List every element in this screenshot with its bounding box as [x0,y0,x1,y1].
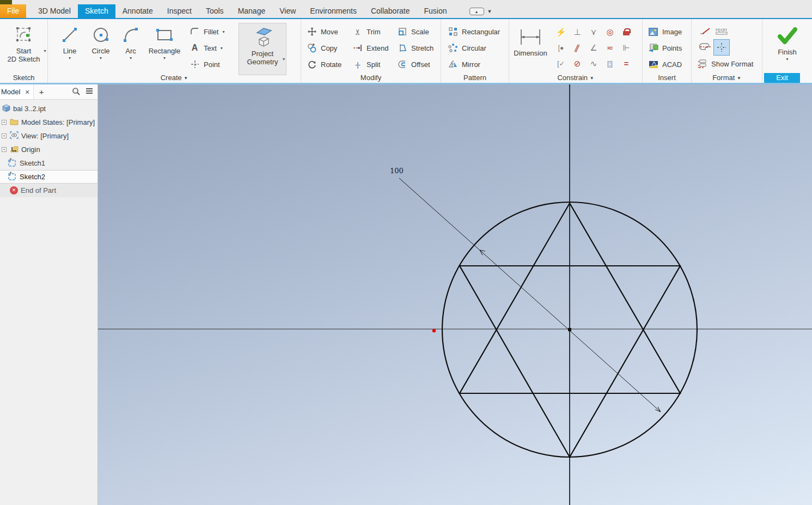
extend-button[interactable]: Extend [352,41,394,55]
tree-item-end-of-part[interactable]: ✕ End of Part [0,184,97,197]
browser-tree: bai 3..2.ipt + Model States: [Primary] +… [0,100,97,197]
split-icon: -|- [352,59,363,70]
part-cube-icon [2,104,10,114]
text-button[interactable]: A Text▾ [190,41,234,55]
driven-dimension-icon[interactable]: H(x)H [713,23,730,39]
acad-button[interactable]: ACAD [648,57,691,71]
construction-geometry-icon[interactable] [697,23,713,39]
center-point-button[interactable] [713,39,730,56]
tree-item-origin[interactable]: + Origin [0,143,97,156]
browser-tab-close-icon[interactable]: ✕ [25,84,29,100]
scale-button[interactable]: Scale [397,25,441,39]
points-button[interactable]: Points [648,41,691,55]
start-2d-sketch-button[interactable]: Start 2D Sketch ▾ [4,23,44,63]
project-geometry-button[interactable]: Project Geometry ▾ [239,23,286,75]
expander-plus-icon[interactable]: + [2,147,7,152]
arc-dropdown-icon[interactable]: ▾ [130,56,132,60]
tree-item-part-root[interactable]: bai 3..2.ipt [0,102,97,115]
tab-annotate[interactable]: Annotate [115,4,160,18]
coincident-constraint-icon[interactable]: ⋎ [585,24,602,40]
tab-sketch[interactable]: Sketch [78,4,115,18]
dimension-value-text[interactable]: 100 [390,167,404,175]
tree-item-label: Sketch2 [20,173,45,181]
group-label-exit[interactable]: Exit [764,73,800,83]
stretch-button[interactable]: Stretch [397,41,441,55]
show-format-button[interactable]: Show Format [697,57,762,71]
trim-button[interactable]: ✂ Trim [352,25,394,39]
symmetric-constraint-icon[interactable]: [¦] [602,56,618,71]
tab-environments[interactable]: Environments [303,4,364,18]
browser-search-icon[interactable] [72,87,80,97]
tab-collaborate[interactable]: Collaborate [364,4,417,18]
concentric-constraint-icon[interactable]: ◎ [602,24,618,40]
tree-item-sketch1[interactable]: Sketch1 [0,156,97,170]
fillet-dropdown-icon[interactable]: ▾ [222,29,224,34]
ribbon-collapse-icon[interactable]: ▲ [469,8,484,15]
rectangle-dropdown-icon[interactable]: ▾ [163,56,166,60]
tree-item-label: Sketch1 [20,159,45,167]
image-button[interactable]: Image [648,25,691,39]
constraint-settings-icon[interactable]: [● [553,40,569,56]
expander-plus-icon[interactable]: + [2,133,7,138]
sketch-point-red[interactable] [432,329,436,332]
tangent-constraint-icon[interactable]: ⊘ [569,56,585,71]
rotate-button[interactable]: Rotate [307,57,349,71]
collinear-constraint-icon[interactable]: ∠ [585,40,602,56]
tab-tools[interactable]: Tools [199,4,231,18]
show-constraints-icon[interactable]: [✓ [553,56,569,71]
line-dropdown-icon[interactable]: ▾ [69,56,71,60]
equal-constraint-icon[interactable]: = [618,56,634,71]
browser-add-tab-icon[interactable]: + [39,87,44,96]
centerline-icon[interactable] [697,39,713,56]
parallel-constraint-icon[interactable]: ∥ [569,40,585,56]
browser-tab-model[interactable]: Model ✕ [0,84,34,99]
start-2d-sketch-label-2: 2D Sketch [8,55,40,63]
origin-axes-icon [10,145,19,154]
browser-menu-icon[interactable] [86,88,93,96]
ribbon-collapse-caret-icon[interactable]: ▼ [487,9,492,14]
group-label-create[interactable]: Create ▼ [48,74,301,82]
perpendicular-constraint-icon[interactable]: ⊥ [569,24,585,40]
tree-item-view[interactable]: + View: [Primary] [0,129,97,143]
smooth-constraint-icon[interactable]: ∿ [585,56,602,71]
offset-button[interactable]: Offset [397,57,441,71]
auto-dimension-icon[interactable]: ⚡ [553,24,569,40]
extend-icon [352,43,363,53]
tab-inspect[interactable]: Inspect [160,4,199,18]
start-2d-sketch-dropdown-icon[interactable]: ▾ [44,48,46,53]
origin-center-point[interactable] [568,328,571,331]
text-dropdown-icon[interactable]: ▾ [221,46,223,51]
project-geometry-dropdown-icon[interactable]: ▾ [283,57,285,62]
image-icon [648,27,658,37]
circular-pattern-button[interactable]: Circular [448,41,509,55]
copy-button[interactable]: Copy [307,41,349,55]
group-label-format[interactable]: Format ▼ [692,74,762,82]
expander-plus-icon[interactable]: + [2,120,7,125]
tree-item-model-states[interactable]: + Model States: [Primary] [0,115,97,129]
ribbon-group-exit: Finish ▾ Exit [762,19,812,83]
mirror-icon [448,59,458,70]
tree-item-label: Model States: [Primary] [21,118,95,126]
rectangular-pattern-button[interactable]: Rectangular [448,25,509,39]
split-button[interactable]: -|- Split [352,57,394,71]
vertical-constraint-icon[interactable]: ⊩ [618,40,634,56]
lock-constraint-icon[interactable] [618,24,634,40]
model-browser-panel: Model ✕ + [0,84,98,505]
group-label-constrain[interactable]: Constrain ▼ [509,74,642,82]
tab-manage[interactable]: Manage [231,4,273,18]
finish-sketch-button[interactable]: Finish ▾ [768,24,807,62]
tree-item-sketch2[interactable]: Sketch2 [0,170,97,184]
tab-view[interactable]: View [272,4,303,18]
horizontal-constraint-icon[interactable]: ≂ [602,40,618,56]
finish-dropdown-icon[interactable]: ▾ [786,57,788,62]
folder-icon [10,118,19,127]
point-button[interactable]: Point [190,57,234,71]
move-button[interactable]: Move [307,25,349,39]
mirror-button[interactable]: Mirror [448,57,509,71]
tab-fusion[interactable]: Fusion [417,4,454,18]
sketch-canvas[interactable]: 100 [98,84,812,505]
fillet-button[interactable]: Fillet▾ [190,25,234,39]
tab-file[interactable]: File [0,4,26,18]
tab-3d-model[interactable]: 3D Model [31,4,78,18]
circle-dropdown-icon[interactable]: ▾ [100,56,102,60]
